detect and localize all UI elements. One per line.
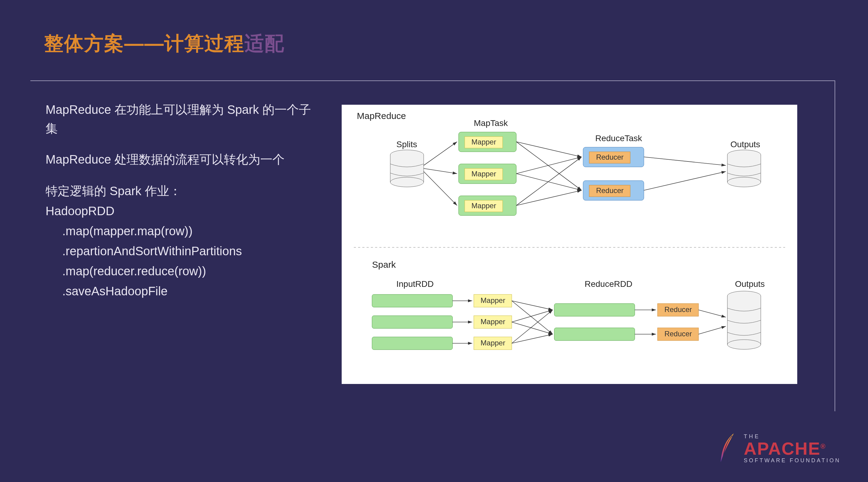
title-part2: 过程 (205, 32, 245, 54)
maptask-box-2: Mapper (459, 164, 516, 184)
logo-sf: SOFTWARE FOUNDATION (744, 457, 841, 464)
maptask-box-3: Mapper (459, 196, 516, 216)
svg-point-24 (727, 177, 761, 187)
svg-line-27 (424, 171, 457, 205)
apache-logo: THE APACHE® SOFTWARE FOUNDATION (717, 432, 841, 465)
code-line-5: .saveAsHadoopFile (45, 281, 319, 301)
svg-point-55 (727, 340, 761, 349)
inputrdd-box-1 (372, 294, 453, 307)
svg-line-31 (516, 173, 582, 190)
mr-outputs-cylinder-icon (727, 150, 761, 187)
svg-rect-46 (554, 328, 635, 341)
splits-cylinder-icon (390, 150, 424, 187)
svg-line-61 (512, 310, 553, 322)
maptask-box-1: Mapper (459, 132, 516, 152)
svg-line-26 (424, 168, 457, 173)
svg-line-28 (516, 142, 582, 157)
code-line-4: .map(reducer.reduce(row)) (45, 261, 319, 281)
slide-title: 整体方案——计算过程适配 (44, 30, 285, 57)
svg-line-35 (644, 171, 726, 190)
svg-text:Reducer: Reducer (596, 153, 624, 161)
svg-text:Mapper: Mapper (471, 170, 496, 178)
logo-apache: APACHE® (744, 440, 841, 457)
title-part1: 整体方案——计算 (44, 32, 205, 54)
svg-line-32 (516, 157, 582, 205)
svg-text:Reducer: Reducer (664, 330, 692, 338)
svg-line-62 (512, 322, 553, 334)
spark-reducer-1: Reducer (657, 303, 699, 316)
svg-line-67 (699, 310, 726, 317)
svg-text:Reducer: Reducer (664, 306, 692, 314)
paragraph-1: MapReduce 在功能上可以理解为 Spark 的一个子集 (45, 100, 319, 138)
svg-line-33 (516, 190, 582, 205)
code-line-0: 特定逻辑的 Spark 作业： (45, 181, 319, 201)
reducetask-box-1: Reducer (583, 147, 644, 167)
inputrdd-box-3 (372, 337, 453, 350)
svg-rect-37 (372, 316, 453, 328)
svg-rect-45 (554, 303, 635, 316)
code-line-3: .repartionAndSortWithinPartitions (45, 241, 319, 261)
spark-mapper-3: Mapper (474, 337, 512, 350)
svg-line-29 (516, 142, 582, 190)
paragraph-2: MapReduce 处理数据的流程可以转化为一个 (45, 150, 319, 169)
svg-text:Mapper: Mapper (480, 339, 505, 347)
reducerdd-box-2 (554, 328, 635, 341)
svg-rect-38 (372, 337, 453, 350)
code-line-2: .map(mapper.map(row)) (45, 221, 319, 241)
svg-line-60 (512, 301, 553, 334)
svg-point-4 (390, 177, 424, 187)
svg-line-63 (512, 310, 553, 343)
svg-text:Reducer: Reducer (596, 186, 624, 195)
svg-text:Mapper: Mapper (471, 138, 496, 146)
svg-text:Mapper: Mapper (471, 201, 496, 210)
spark-mapper-1: Mapper (474, 294, 512, 307)
code-block: 特定逻辑的 Spark 作业： HadoopRDD .map(mapper.ma… (45, 181, 319, 301)
inputrdd-box-2 (372, 316, 453, 328)
svg-rect-36 (372, 294, 453, 307)
title-part3: 适配 (245, 32, 285, 54)
svg-rect-52 (727, 296, 761, 345)
code-line-1: HadoopRDD (45, 201, 319, 221)
feather-icon (717, 432, 738, 465)
spark-outputs-cylinder-icon (727, 291, 761, 349)
spark-mapper-2: Mapper (474, 316, 512, 328)
text-column: MapReduce 在功能上可以理解为 Spark 的一个子集 MapReduc… (45, 100, 319, 301)
spark-reducer-2: Reducer (657, 328, 699, 341)
svg-line-59 (512, 301, 553, 310)
svg-line-34 (644, 157, 726, 165)
svg-line-68 (699, 326, 726, 334)
svg-line-25 (424, 142, 457, 165)
svg-line-64 (512, 334, 553, 343)
svg-line-30 (516, 157, 582, 173)
svg-text:Mapper: Mapper (480, 296, 505, 304)
svg-text:Mapper: Mapper (480, 318, 505, 326)
reducetask-box-2: Reducer (583, 181, 644, 200)
architecture-diagram: MapReduce Splits MapTask ReduceTask Outp… (342, 105, 797, 384)
reducerdd-box-1 (554, 303, 635, 316)
